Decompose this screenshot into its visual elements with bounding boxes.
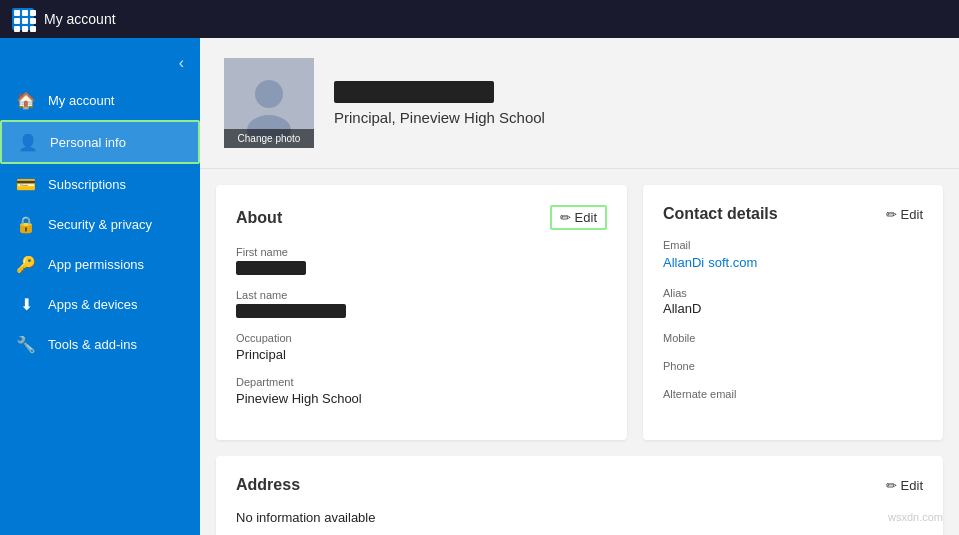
- sidebar-item-label: Personal info: [50, 135, 126, 150]
- wrench-icon: 🔧: [16, 334, 36, 354]
- address-edit-label: Edit: [901, 478, 923, 493]
- edit-label: Edit: [575, 210, 597, 225]
- address-edit-button[interactable]: ✏ Edit: [886, 478, 923, 493]
- sidebar-item-label: Security & privacy: [48, 217, 152, 232]
- key-icon: 🔑: [16, 254, 36, 274]
- svg-point-0: [255, 80, 283, 108]
- phone-label: Phone: [663, 360, 923, 372]
- address-title: Address: [236, 476, 300, 494]
- sidebar-item-apps-devices[interactable]: ⬇ Apps & devices: [0, 284, 200, 324]
- contact-edit-label: Edit: [901, 207, 923, 222]
- about-edit-button[interactable]: ✏ Edit: [550, 205, 607, 230]
- waffle-icon[interactable]: [12, 8, 34, 30]
- last-name-field: Last name: [236, 289, 607, 318]
- sidebar-back-button[interactable]: ‹: [0, 46, 200, 80]
- occupation-field: Occupation Principal: [236, 332, 607, 362]
- no-info-label: No information available: [236, 510, 923, 525]
- alternate-email-field-group: Alternate email: [663, 388, 923, 400]
- sidebar-item-label: Subscriptions: [48, 177, 126, 192]
- profile-info: Principal, Pineview High School: [334, 81, 545, 126]
- first-name-label: First name: [236, 246, 607, 258]
- person-icon: 👤: [18, 132, 38, 152]
- sidebar-item-label: App permissions: [48, 257, 144, 272]
- alias-label: Alias: [663, 287, 923, 299]
- alternate-email-label: Alternate email: [663, 388, 923, 400]
- sidebar: ‹ 🏠 My account 👤 Personal info 💳 Subscri…: [0, 38, 200, 535]
- download-icon: ⬇: [16, 294, 36, 314]
- sidebar-item-app-permissions[interactable]: 🔑 App permissions: [0, 244, 200, 284]
- contact-title: Contact details: [663, 205, 778, 223]
- sidebar-item-tools-addins[interactable]: 🔧 Tools & add-ins: [0, 324, 200, 364]
- first-name-field: First name: [236, 246, 607, 275]
- email-value2: soft.com: [708, 255, 757, 270]
- email-field-group: Email AllanDisoft.com: [663, 239, 923, 271]
- address-card-row: Address ✏ Edit No information available: [200, 456, 959, 535]
- title-bar: My account: [0, 0, 959, 38]
- about-card-header: About ✏ Edit: [236, 205, 607, 230]
- email-value1: AllanDi: [663, 255, 704, 270]
- alias-field-group: Alias AllanD: [663, 287, 923, 316]
- first-name-masked: [236, 261, 306, 275]
- content-area: Change photo Principal, Pineview High Sc…: [200, 38, 959, 535]
- last-name-label: Last name: [236, 289, 607, 301]
- about-card: About ✏ Edit First name Last name: [216, 185, 627, 440]
- profile-header: Change photo Principal, Pineview High Sc…: [200, 38, 959, 169]
- department-label: Department: [236, 376, 607, 388]
- profile-name-masked: [334, 81, 494, 103]
- address-card-header: Address ✏ Edit: [236, 476, 923, 494]
- sidebar-item-security-privacy[interactable]: 🔒 Security & privacy: [0, 204, 200, 244]
- sidebar-item-personal-info[interactable]: 👤 Personal info: [0, 120, 200, 164]
- mobile-label: Mobile: [663, 332, 923, 344]
- home-icon: 🏠: [16, 90, 36, 110]
- sidebar-item-label: Tools & add-ins: [48, 337, 137, 352]
- avatar-container: Change photo: [224, 58, 314, 148]
- change-photo-button[interactable]: Change photo: [224, 129, 314, 148]
- department-value: Pineview High School: [236, 391, 607, 406]
- occupation-label: Occupation: [236, 332, 607, 344]
- occupation-value: Principal: [236, 347, 607, 362]
- sidebar-item-subscriptions[interactable]: 💳 Subscriptions: [0, 164, 200, 204]
- contact-details-card: Contact details ✏ Edit Email AllanDisoft…: [643, 185, 943, 440]
- cards-row: About ✏ Edit First name Last name: [200, 169, 959, 456]
- pencil-icon: ✏: [560, 210, 571, 225]
- department-field: Department Pineview High School: [236, 376, 607, 406]
- last-name-masked: [236, 304, 346, 318]
- about-title: About: [236, 209, 282, 227]
- back-chevron-icon: ‹: [179, 54, 184, 72]
- contact-card-header: Contact details ✏ Edit: [663, 205, 923, 223]
- sidebar-item-label: Apps & devices: [48, 297, 138, 312]
- sidebar-item-label: My account: [48, 93, 114, 108]
- profile-title: Principal, Pineview High School: [334, 109, 545, 126]
- email-label: Email: [663, 239, 923, 251]
- credit-card-icon: 💳: [16, 174, 36, 194]
- contact-edit-button[interactable]: ✏ Edit: [886, 207, 923, 222]
- app-title: My account: [44, 11, 116, 27]
- lock-icon: 🔒: [16, 214, 36, 234]
- address-card: Address ✏ Edit No information available: [216, 456, 943, 535]
- phone-field-group: Phone: [663, 360, 923, 372]
- pencil-icon-address: ✏: [886, 478, 897, 493]
- alias-value: AllanD: [663, 301, 923, 316]
- mobile-field-group: Mobile: [663, 332, 923, 344]
- sidebar-item-my-account[interactable]: 🏠 My account: [0, 80, 200, 120]
- pencil-icon-contact: ✏: [886, 207, 897, 222]
